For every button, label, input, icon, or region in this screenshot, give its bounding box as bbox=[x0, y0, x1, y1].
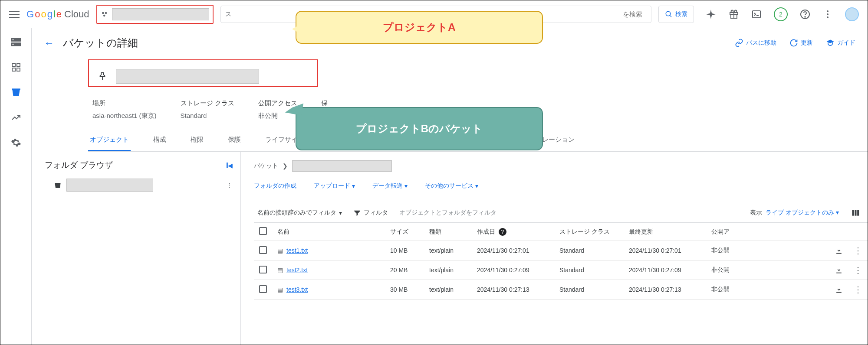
columns-icon[interactable] bbox=[851, 208, 860, 217]
help-tooltip-icon[interactable]: ? bbox=[499, 228, 506, 236]
bucket-name-box bbox=[88, 59, 318, 87]
folder-browser-panel: フォルダ ブラウザ I◂ ⋮ bbox=[32, 152, 241, 345]
cell-class: Standard bbox=[554, 241, 624, 260]
gemini-icon[interactable] bbox=[705, 9, 717, 20]
other-services-link[interactable]: その他のサービス ▾ bbox=[425, 182, 478, 190]
download-icon[interactable] bbox=[835, 266, 843, 274]
menu-icon[interactable] bbox=[9, 9, 20, 20]
th-class[interactable]: ストレージ クラス bbox=[554, 223, 624, 241]
file-icon: ▤ bbox=[277, 247, 283, 254]
back-arrow-icon[interactable]: ← bbox=[44, 37, 54, 49]
file-link[interactable]: test1.txt bbox=[286, 247, 308, 254]
folder-more-icon[interactable]: ⋮ bbox=[227, 182, 233, 189]
page-title: バケットの詳細 bbox=[63, 36, 138, 50]
row-checkbox[interactable] bbox=[259, 246, 267, 254]
tab-protection[interactable]: 保護 bbox=[226, 136, 243, 151]
cell-type: text/plain bbox=[424, 260, 472, 280]
filter-placeholder[interactable]: オブジェクトとフォルダをフィルタ bbox=[399, 209, 496, 217]
prefix-filter-btn[interactable]: 名前の接頭辞のみでフィルタ ▾ bbox=[257, 209, 342, 217]
search-prefix: ス bbox=[225, 10, 231, 18]
svg-rect-25 bbox=[12, 88, 20, 90]
transfer-link[interactable]: データ転送 ▾ bbox=[372, 182, 408, 190]
cell-access: 非公開 bbox=[706, 260, 829, 280]
filter-btn[interactable]: フィルタ bbox=[353, 209, 388, 217]
row-more-icon[interactable]: ⋮ bbox=[854, 246, 862, 255]
search-button[interactable]: 検索 bbox=[658, 6, 694, 23]
tab-config[interactable]: 構成 bbox=[151, 136, 168, 151]
chevron-down-icon: ▾ bbox=[404, 182, 408, 189]
chevron-down-icon: ▾ bbox=[475, 182, 478, 189]
select-all-checkbox[interactable] bbox=[259, 227, 267, 235]
notification-badge[interactable]: 2 bbox=[774, 7, 788, 21]
filter-icon bbox=[353, 209, 361, 217]
display-mode[interactable]: ライブ オブジェクトのみ ▾ bbox=[766, 209, 839, 217]
download-icon[interactable] bbox=[835, 246, 843, 255]
side-rail bbox=[0, 28, 32, 345]
row-more-icon[interactable]: ⋮ bbox=[854, 285, 862, 294]
path-link[interactable]: パスに移動 bbox=[735, 39, 776, 47]
file-link[interactable]: test3.txt bbox=[286, 286, 308, 293]
tab-objects[interactable]: オブジェクト bbox=[88, 136, 131, 151]
header-icons: 2 bbox=[705, 7, 859, 21]
project-picker[interactable] bbox=[96, 5, 214, 24]
monitoring-icon[interactable] bbox=[10, 111, 22, 124]
settings-icon[interactable] bbox=[10, 137, 22, 149]
th-created[interactable]: 作成日 ? bbox=[472, 223, 554, 241]
cell-class: Standard bbox=[554, 260, 624, 280]
download-icon[interactable] bbox=[835, 285, 843, 294]
guide-link[interactable]: ガイド bbox=[826, 39, 855, 47]
storage-icon[interactable] bbox=[10, 36, 22, 48]
svg-line-4 bbox=[670, 15, 671, 17]
action-row: フォルダの作成 アップロード ▾ データ転送 ▾ その他のサービス ▾ bbox=[254, 182, 868, 190]
th-name[interactable]: 名前 bbox=[272, 223, 385, 241]
meta-loc-label: 場所 bbox=[92, 99, 157, 107]
svg-rect-29 bbox=[855, 210, 856, 215]
file-link[interactable]: test2.txt bbox=[286, 267, 308, 273]
th-updated[interactable]: 最終更新 bbox=[624, 223, 706, 241]
svg-point-1 bbox=[105, 12, 107, 14]
breadcrumb-root[interactable]: バケット bbox=[254, 162, 278, 170]
avatar[interactable] bbox=[845, 7, 859, 21]
logo[interactable]: Google Cloud bbox=[26, 9, 89, 20]
collapse-icon[interactable]: I◂ bbox=[226, 160, 233, 170]
breadcrumb: バケット ❯ bbox=[254, 160, 868, 172]
folder-item[interactable]: ⋮ bbox=[45, 179, 233, 192]
table-row: ▤test2.txt 20 MB text/plain 2024/11/30 0… bbox=[254, 260, 868, 280]
svg-point-0 bbox=[102, 12, 104, 14]
row-checkbox[interactable] bbox=[259, 266, 267, 273]
svg-point-19 bbox=[12, 39, 13, 40]
svg-rect-23 bbox=[12, 68, 15, 71]
overview-icon[interactable] bbox=[10, 61, 22, 73]
object-list-panel: バケット ❯ フォルダの作成 アップロード ▾ データ転送 ▾ その他のサービス… bbox=[241, 152, 868, 345]
project-name-redacted bbox=[112, 8, 209, 20]
cell-size: 30 MB bbox=[385, 280, 424, 299]
terminal-icon[interactable] bbox=[751, 9, 762, 20]
th-type[interactable]: 種類 bbox=[424, 223, 472, 241]
help-icon[interactable] bbox=[800, 9, 810, 20]
callout-project-a: プロジェクトA bbox=[296, 11, 543, 44]
cell-updated: 2024/11/30 0:27:13 bbox=[624, 280, 706, 299]
object-table: 名前 サイズ 種類 作成日 ? ストレージ クラス 最終更新 公開ア ▤test… bbox=[254, 223, 868, 299]
row-checkbox[interactable] bbox=[259, 285, 267, 293]
th-access[interactable]: 公開ア bbox=[706, 223, 829, 241]
svg-rect-10 bbox=[753, 11, 760, 18]
cell-access: 非公開 bbox=[706, 280, 829, 299]
svg-point-14 bbox=[827, 10, 829, 12]
search-icon bbox=[665, 10, 673, 18]
chevron-down-icon: ▾ bbox=[352, 182, 355, 189]
th-size[interactable]: サイズ bbox=[385, 223, 424, 241]
svg-rect-30 bbox=[857, 210, 859, 215]
display-label: 表示 bbox=[750, 209, 762, 217]
pin-icon[interactable] bbox=[98, 72, 107, 81]
svg-rect-22 bbox=[17, 63, 20, 66]
main: ← バケットの詳細 パスに移動 更新 ガイド bbox=[32, 28, 868, 345]
upload-link[interactable]: アップロード ▾ bbox=[314, 182, 355, 190]
cell-type: text/plain bbox=[424, 241, 472, 260]
tab-permissions[interactable]: 権限 bbox=[189, 136, 205, 151]
create-folder-link[interactable]: フォルダの作成 bbox=[254, 182, 296, 190]
more-vert-icon[interactable] bbox=[822, 9, 833, 20]
refresh-link[interactable]: 更新 bbox=[789, 39, 813, 47]
row-more-icon[interactable]: ⋮ bbox=[854, 265, 862, 275]
bucket-icon[interactable] bbox=[10, 86, 22, 98]
gift-icon[interactable] bbox=[729, 9, 739, 20]
